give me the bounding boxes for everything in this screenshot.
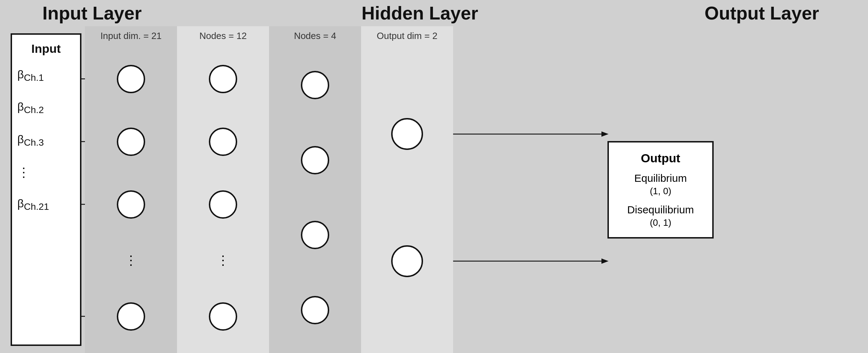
hidden-layer-title: Hidden Layer	[184, 2, 656, 24]
output-area: Output Equilibrium (1, 0) Disequilibrium…	[453, 26, 868, 353]
input-node-3	[117, 190, 145, 219]
input-box: Input βCh.1 βCh.2 βCh.3 ⋮ βCh.21	[11, 33, 81, 346]
input-item-3: βCh.3	[17, 133, 75, 148]
content-area: Input βCh.1 βCh.2 βCh.3 ⋮ βCh.21 Input d…	[0, 26, 868, 353]
input-item-21: βCh.21	[17, 197, 75, 212]
hidden2-node-4	[301, 296, 329, 324]
h1-vdots: ⋮	[217, 253, 229, 268]
h1-nodes: ⋮	[177, 42, 269, 353]
input-layer-title: Input Layer	[0, 2, 184, 24]
title-row: Input Layer Hidden Layer Output Layer	[0, 0, 868, 26]
hidden-layer-1-panel: Nodes = 12 ⋮	[177, 26, 269, 353]
out-nodes	[361, 42, 453, 353]
hidden2-node-2	[301, 146, 329, 174]
output-disequilibrium-value: (0, 1)	[621, 217, 700, 228]
hidden1-node-last	[209, 302, 237, 331]
output-disequilibrium-label: Disequilibrium	[621, 204, 700, 216]
hidden1-node-3	[209, 190, 237, 219]
hidden1-node-1	[209, 65, 237, 93]
hidden1-node-2	[209, 128, 237, 156]
input-box-label: Input	[17, 42, 75, 56]
input-vdots: ⋮	[17, 165, 75, 180]
output-equilibrium-value: (1, 0)	[621, 186, 700, 197]
h2-nodes	[269, 42, 361, 353]
output-node-1	[391, 118, 423, 150]
input-node-2	[117, 128, 145, 156]
output-node-2	[391, 245, 423, 277]
input-node-1	[117, 65, 145, 93]
input-vdots-2: ⋮	[125, 253, 137, 268]
input-items: βCh.1 βCh.2 βCh.3 ⋮ βCh.21	[17, 68, 75, 213]
input-item-2: βCh.2	[17, 100, 75, 116]
h2-nodes-label: Nodes = 4	[269, 26, 361, 42]
hidden2-node-3	[301, 221, 329, 249]
input-item-1: βCh.1	[17, 68, 75, 83]
input-nodes: ⋮	[85, 42, 177, 353]
output-layer-panel: Output dim = 2	[361, 26, 453, 353]
h1-nodes-label: Nodes = 12	[177, 26, 269, 42]
input-node-last	[117, 302, 145, 331]
input-dim-label: Input dim. = 21	[85, 26, 177, 42]
output-box: Output Equilibrium (1, 0) Disequilibrium…	[607, 141, 714, 239]
main-container: Input Layer Hidden Layer Output Layer In…	[0, 0, 868, 353]
input-layer-panel: Input dim. = 21 ⋮	[85, 26, 177, 353]
output-box-title: Output	[621, 151, 700, 165]
output-layer-title: Output Layer	[656, 2, 868, 24]
hidden2-node-1	[301, 71, 329, 99]
hidden-layer-2-panel: Nodes = 4	[269, 26, 361, 353]
output-dim-label: Output dim = 2	[361, 26, 453, 42]
output-equilibrium-label: Equilibrium	[621, 172, 700, 184]
